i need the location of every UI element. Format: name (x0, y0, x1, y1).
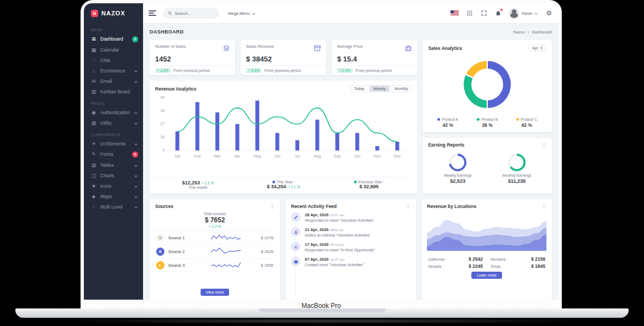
stat-cards-row: Number of Sales1452+ 2.4%From previous p… (150, 40, 417, 75)
svg-text:Feb: Feb (194, 154, 201, 158)
topbar: Mega Menu (143, 3, 558, 23)
stat-card-delta-badge: + 2.4% (155, 68, 170, 73)
sidebar-item-maps[interactable]: ◈Maps (84, 191, 143, 201)
svg-text:18: 18 (160, 135, 164, 139)
view-more-button[interactable]: View more (201, 289, 230, 296)
chevron-down-icon (134, 184, 138, 188)
briefcase-icon (405, 44, 412, 54)
archive-icon (314, 44, 321, 54)
svg-text:Jan: Jan (174, 154, 181, 158)
page-title: DASHBOARD (150, 29, 184, 35)
sidebar-item-tables[interactable]: ▤Tables (84, 160, 143, 170)
gear-icon[interactable]: ⚙ (546, 9, 552, 17)
revenue-locations-title: Revenue by Locations (427, 204, 476, 209)
activity-item-body: 21 Apr, 202008:01 pmAdded an interest "V… (305, 227, 371, 237)
source-value: $ 2478 (261, 235, 273, 240)
svg-text:Dec: Dec (394, 154, 401, 158)
activity-item: 21 Apr, 202008:01 pmAdded an interest "V… (291, 227, 411, 237)
sidebar-item-label: UI Elements (100, 141, 131, 147)
language-flag-icon[interactable] (451, 10, 459, 16)
source-row-source-1: BSource 1$ 2478 (155, 231, 275, 245)
range-button-weekly[interactable]: Weekly (369, 85, 390, 92)
kanban-icon: ▥ (91, 89, 96, 94)
legend-label: Product C (521, 117, 537, 121)
stat-card-title: Average Price (337, 44, 363, 49)
activity-date-text: 21 Apr, 2020 (305, 227, 329, 232)
kebab-menu-icon[interactable]: ⋮ (542, 204, 546, 209)
kebab-menu-icon[interactable]: ⋮ (270, 204, 275, 209)
period-select-value: Apr (532, 46, 538, 50)
user-menu-button[interactable]: Kevin (509, 8, 538, 18)
sidebar-item-forms[interactable]: ✎Forms8 (84, 149, 143, 160)
earning-gauge-chart (508, 154, 526, 171)
brand-logo[interactable]: N NAZOX (84, 3, 143, 23)
learn-more-button[interactable]: Learn more (471, 272, 502, 279)
range-button-monthly[interactable]: Monthly (391, 85, 412, 92)
sidebar-item-authentication[interactable]: ◉Authentication (84, 107, 143, 117)
sidebar-item-utility[interactable]: ▧Utility (84, 117, 143, 128)
briefcase-icon (291, 257, 300, 266)
search-input[interactable] (175, 11, 214, 16)
stat-card-number-of-sales: Number of Sales1452+ 2.4%From previous p… (150, 40, 235, 75)
sidebar-item-multi-level[interactable]: ∴Multi Level (84, 201, 143, 212)
legend-label-row: Product C (507, 117, 546, 121)
location-label: Montana : (491, 257, 508, 261)
home-icon: ⊞ (91, 36, 96, 42)
stat-card-footer: + 2.4%From previous period (241, 65, 326, 75)
stat-card-top: Average Price (337, 44, 412, 54)
earning-reports-card: Earning Reports ⋮ Weekly Earnings$2,523M… (423, 138, 552, 194)
svg-text:Oct: Oct (354, 154, 360, 158)
search-box[interactable] (163, 8, 219, 19)
legend-dot (477, 118, 480, 121)
bell-icon[interactable] (495, 10, 501, 16)
sidebar-item-label: Email (100, 78, 131, 84)
total-sources-value: $ 7652 (155, 216, 275, 224)
range-button-today[interactable]: Today (350, 85, 368, 92)
legend-label-row: Product B (468, 117, 507, 121)
sidebar-item-ecommerce[interactable]: ⌂Ecommerce (84, 65, 143, 76)
source-row-source-3: LSource 3$ 2856 (155, 258, 275, 272)
legend-dot (437, 118, 440, 121)
kebab-menu-icon[interactable]: ⋮ (406, 204, 411, 209)
locations-stats: California :$ 2542Montana :$ 2156Nevada … (427, 256, 546, 269)
sidebar-item-label: Ecommerce (100, 68, 131, 74)
sources-card: Sources ⋮ Total sources $ 7652 + 2.2 % B… (150, 199, 280, 300)
sidebar-item-label: Authentication (100, 110, 131, 115)
mega-menu-button[interactable]: Mega Menu (228, 11, 256, 16)
revenue-range-toggle: TodayWeeklyMonthly (350, 85, 412, 92)
sidebar-item-dashboard[interactable]: ⊞Dashboard3 (84, 33, 143, 44)
chevron-down-icon (134, 80, 138, 83)
chevron-down-icon (134, 195, 138, 198)
sidebar-item-chat[interactable]: ◌Chat (84, 55, 143, 65)
svg-text:27: 27 (160, 122, 164, 126)
store-icon: ⌂ (91, 68, 96, 74)
sidebar-item-email[interactable]: ✉Email (84, 76, 143, 86)
chevron-down-icon (134, 69, 138, 72)
sidebar-item-kanban-board[interactable]: ▥Kanban Board (84, 86, 143, 97)
svg-text:Sep: Sep (334, 154, 341, 159)
sidebar-item-calendar[interactable]: ▦Calendar (84, 44, 143, 55)
ui-icon: ✳ (91, 141, 96, 147)
table-icon: ▤ (91, 162, 96, 168)
sidebar-item-charts[interactable]: ◫Charts (84, 170, 143, 181)
menu-toggle-icon[interactable] (149, 10, 156, 16)
year-label: This Year : (277, 180, 295, 184)
layers-icon (223, 44, 230, 54)
legend-label: Product A (442, 117, 458, 121)
period-select[interactable]: Apr (528, 44, 546, 52)
earning-weekly-earnings: Weekly Earnings$2,523 (428, 148, 487, 189)
sidebar-item-icons[interactable]: ★Icons (84, 181, 143, 191)
svg-text:9: 9 (162, 148, 164, 152)
apps-grid-icon[interactable] (466, 10, 473, 16)
stat-card-value: 1452 (155, 55, 230, 63)
stat-card-title: Sales Revenue (246, 44, 274, 49)
location-value: $ 1845 (531, 263, 545, 269)
fullscreen-icon[interactable] (481, 10, 487, 16)
svg-text:May: May (254, 154, 261, 159)
kebab-menu-icon[interactable]: ⋮ (542, 143, 546, 148)
breadcrumb-item-nazox[interactable]: Nazox (514, 30, 525, 35)
sidebar-item-ui-elements[interactable]: ✳UI Elements (84, 138, 143, 149)
total-sources-label: Total sources (155, 212, 275, 216)
sidebar-item-label: Chat (100, 58, 138, 63)
activity-date-text: 17 Apr, 2020 (305, 242, 329, 247)
